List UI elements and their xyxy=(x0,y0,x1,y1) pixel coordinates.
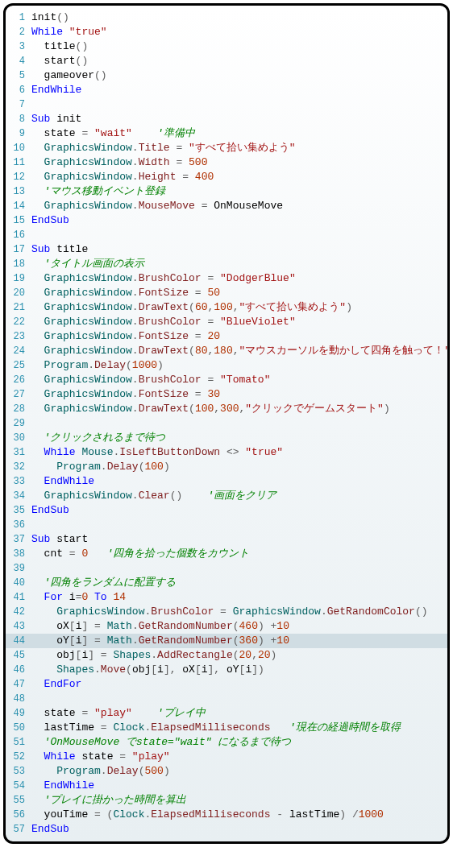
code-line[interactable]: 16 xyxy=(6,228,447,242)
code-area[interactable]: 1init()2While "true"3 title()4 start()5 … xyxy=(6,6,447,841)
code-line[interactable]: 29 xyxy=(6,416,447,431)
line-content[interactable]: GraphicsWindow.DrawText(80,180,"マウスカーソルを… xyxy=(31,344,447,358)
code-line[interactable]: 33 EndWhile xyxy=(6,474,447,489)
code-line[interactable]: 21 GraphicsWindow.DrawText(60,100,"すべて拾い… xyxy=(6,300,447,315)
code-line[interactable]: 28 GraphicsWindow.DrawText(100,300,"クリック… xyxy=(6,402,447,416)
code-editor[interactable]: 1init()2While "true"3 title()4 start()5 … xyxy=(3,3,450,844)
line-content[interactable]: GraphicsWindow.BrushColor = "Tomato" xyxy=(31,373,447,387)
line-content[interactable]: GraphicsWindow.Clear() '画面をクリア xyxy=(31,489,447,503)
line-content[interactable]: EndWhile xyxy=(31,474,447,489)
code-line[interactable]: 24 GraphicsWindow.DrawText(80,180,"マウスカー… xyxy=(6,344,447,358)
code-line[interactable]: 22 GraphicsWindow.BrushColor = "BlueViol… xyxy=(6,315,447,329)
code-line[interactable]: 37Sub start xyxy=(6,532,447,547)
code-line[interactable]: 52 While state = "play" xyxy=(6,750,447,764)
line-content[interactable]: 'クリックされるまで待つ xyxy=(31,431,447,445)
code-line[interactable]: 45 obj[i] = Shapes.AddRectangle(20,20) xyxy=(6,648,447,663)
code-line[interactable]: 53 Program.Delay(500) xyxy=(6,764,447,779)
line-content[interactable]: oX[i] = Math.GetRandomNumber(460) +10 xyxy=(31,619,447,634)
code-line[interactable]: 43 oX[i] = Math.GetRandomNumber(460) +10 xyxy=(6,619,447,634)
line-content[interactable]: cnt = 0 '四角を拾った個数をカウント xyxy=(31,547,447,561)
line-content[interactable]: Sub title xyxy=(31,242,447,257)
code-line[interactable]: 13 'マウス移動イベント登録 xyxy=(6,184,447,199)
code-line[interactable]: 42 GraphicsWindow.BrushColor = GraphicsW… xyxy=(6,605,447,619)
line-content[interactable]: state = "play" 'プレイ中 xyxy=(31,706,447,721)
line-content[interactable]: Sub start xyxy=(31,532,447,547)
code-line[interactable]: 23 GraphicsWindow.FontSize = 20 xyxy=(6,329,447,344)
code-line[interactable]: 7 xyxy=(6,97,447,112)
line-content[interactable]: Shapes.Move(obj[i], oX[i], oY[i]) xyxy=(31,663,447,677)
code-line[interactable]: 46 Shapes.Move(obj[i], oX[i], oY[i]) xyxy=(6,663,447,677)
line-content[interactable]: GraphicsWindow.Width = 500 xyxy=(31,155,447,170)
line-content[interactable]: EndSub xyxy=(31,822,447,837)
code-line[interactable]: 14 GraphicsWindow.MouseMove = OnMouseMov… xyxy=(6,199,447,213)
code-line[interactable]: 10 GraphicsWindow.Title = "すべて拾い集めよう" xyxy=(6,141,447,155)
code-line[interactable]: 8Sub init xyxy=(6,112,447,126)
line-content[interactable]: EndSub xyxy=(31,503,447,518)
line-content[interactable]: oY[i] = Math.GetRandomNumber(360) +10 xyxy=(31,634,447,648)
code-line[interactable]: 40 '四角をランダムに配置する xyxy=(6,576,447,590)
line-content[interactable]: title() xyxy=(31,39,447,54)
line-content[interactable]: Program.Delay(500) xyxy=(31,764,447,779)
line-content[interactable]: state = "wait" '準備中 xyxy=(31,126,447,141)
code-line[interactable]: 57EndSub xyxy=(6,822,447,837)
code-line[interactable]: 34 GraphicsWindow.Clear() '画面をクリア xyxy=(6,489,447,503)
line-content[interactable]: While state = "play" xyxy=(31,750,447,764)
code-line[interactable]: 54 EndWhile xyxy=(6,779,447,793)
code-line[interactable]: 1init() xyxy=(6,10,447,25)
code-line[interactable]: 36 xyxy=(6,518,447,532)
code-line[interactable]: 4 start() xyxy=(6,54,447,68)
line-content[interactable]: GraphicsWindow.DrawText(100,300,"クリックでゲー… xyxy=(31,402,447,416)
line-content[interactable]: GraphicsWindow.FontSize = 20 xyxy=(31,329,447,344)
line-content[interactable]: youTime = (Clock.ElapsedMilliseconds - l… xyxy=(31,808,447,822)
code-line[interactable]: 31 While Mouse.IsLeftButtonDown <> "true… xyxy=(6,445,447,460)
code-line[interactable]: 55 'プレイに掛かった時間を算出 xyxy=(6,793,447,808)
code-line[interactable]: 25 Program.Delay(1000) xyxy=(6,358,447,373)
line-content[interactable]: EndSub xyxy=(31,213,447,228)
code-line[interactable]: 19 GraphicsWindow.BrushColor = "DodgerBl… xyxy=(6,271,447,286)
code-line[interactable]: 39 xyxy=(6,561,447,576)
code-line[interactable]: 17Sub title xyxy=(6,242,447,257)
code-line[interactable]: 26 GraphicsWindow.BrushColor = "Tomato" xyxy=(6,373,447,387)
code-line[interactable]: 18 'タイトル画面の表示 xyxy=(6,257,447,271)
line-content[interactable]: EndWhile xyxy=(31,779,447,793)
line-content[interactable]: While Mouse.IsLeftButtonDown <> "true" xyxy=(31,445,447,460)
line-content[interactable]: GraphicsWindow.DrawText(60,100,"すべて拾い集めよ… xyxy=(31,300,447,315)
code-line[interactable]: 32 Program.Delay(100) xyxy=(6,460,447,474)
code-line[interactable]: 49 state = "play" 'プレイ中 xyxy=(6,706,447,721)
line-content[interactable]: 'プレイに掛かった時間を算出 xyxy=(31,793,447,808)
line-content[interactable]: Program.Delay(100) xyxy=(31,460,447,474)
code-line[interactable]: 35EndSub xyxy=(6,503,447,518)
line-content[interactable]: Program.Delay(1000) xyxy=(31,358,447,373)
line-content[interactable]: lastTime = Clock.ElapsedMilliseconds '現在… xyxy=(31,721,447,735)
code-line[interactable]: 9 state = "wait" '準備中 xyxy=(6,126,447,141)
line-content[interactable]: GraphicsWindow.BrushColor = "BlueViolet" xyxy=(31,315,447,329)
code-line[interactable]: 11 GraphicsWindow.Width = 500 xyxy=(6,155,447,170)
line-content[interactable]: GraphicsWindow.MouseMove = OnMouseMove xyxy=(31,199,447,213)
line-content[interactable]: For i=0 To 14 xyxy=(31,590,447,605)
line-content[interactable]: EndWhile xyxy=(31,83,447,97)
line-content[interactable]: GraphicsWindow.Height = 400 xyxy=(31,170,447,184)
line-content[interactable]: GraphicsWindow.FontSize = 30 xyxy=(31,387,447,402)
code-line[interactable]: 48 xyxy=(6,692,447,706)
line-content[interactable]: GraphicsWindow.BrushColor = "DodgerBlue" xyxy=(31,271,447,286)
code-line[interactable]: 30 'クリックされるまで待つ xyxy=(6,431,447,445)
code-line[interactable]: 6EndWhile xyxy=(6,83,447,97)
line-content[interactable]: gameover() xyxy=(31,68,447,83)
line-content[interactable]: 'マウス移動イベント登録 xyxy=(31,184,447,199)
code-line[interactable]: 5 gameover() xyxy=(6,68,447,83)
code-line[interactable]: 51 'OnMouseMove でstate="wait" になるまで待つ xyxy=(6,735,447,750)
code-line[interactable]: 20 GraphicsWindow.FontSize = 50 xyxy=(6,286,447,300)
code-line[interactable]: 2While "true" xyxy=(6,25,447,39)
line-content[interactable]: start() xyxy=(31,54,447,68)
line-content[interactable]: 'タイトル画面の表示 xyxy=(31,257,447,271)
code-line[interactable]: 12 GraphicsWindow.Height = 400 xyxy=(6,170,447,184)
code-line[interactable]: 50 lastTime = Clock.ElapsedMilliseconds … xyxy=(6,721,447,735)
code-line[interactable]: 38 cnt = 0 '四角を拾った個数をカウント xyxy=(6,547,447,561)
code-line[interactable]: 56 youTime = (Clock.ElapsedMilliseconds … xyxy=(6,808,447,822)
line-content[interactable]: GraphicsWindow.BrushColor = GraphicsWind… xyxy=(31,605,447,619)
line-content[interactable]: init() xyxy=(31,10,447,25)
line-content[interactable]: GraphicsWindow.FontSize = 50 xyxy=(31,286,447,300)
line-content[interactable]: obj[i] = Shapes.AddRectangle(20,20) xyxy=(31,648,447,663)
code-line[interactable]: 41 For i=0 To 14 xyxy=(6,590,447,605)
code-line[interactable]: 27 GraphicsWindow.FontSize = 30 xyxy=(6,387,447,402)
